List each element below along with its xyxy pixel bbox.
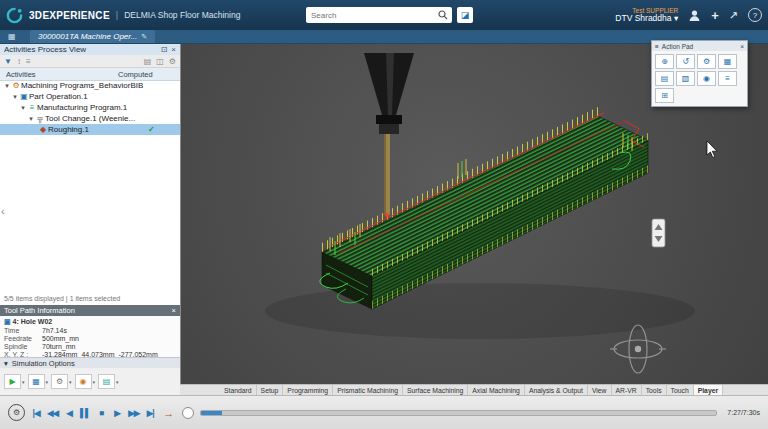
home-icon[interactable]: ▦ <box>8 32 16 41</box>
columns-icon[interactable]: ◫ <box>156 57 164 66</box>
close-icon[interactable]: × <box>171 45 176 54</box>
tree-item-part-operation[interactable]: ▾ ▣ Part Operation.1 <box>0 91 180 102</box>
caret-down-icon[interactable]: ▾ <box>3 82 11 90</box>
add-view-icon[interactable]: ⊞ <box>655 88 674 103</box>
roughing-icon: ◆ <box>38 125 48 134</box>
simulation-options-title: Simulation Options <box>12 359 75 368</box>
add-button[interactable]: + <box>711 8 719 23</box>
target-icon[interactable]: ⊕ <box>655 54 674 69</box>
close-icon[interactable]: × <box>172 306 176 315</box>
tab-prismatic-machining[interactable]: Prismatic Machining <box>333 385 403 395</box>
tab-player[interactable]: Player <box>694 385 723 395</box>
focus-icon[interactable]: ◉ <box>697 71 716 86</box>
document-tab[interactable]: 3000001TA Machine Oper... ✎ <box>30 30 155 43</box>
gear-icon[interactable]: ⚙ <box>697 54 716 69</box>
grid-view-icon[interactable]: ▤ <box>144 57 152 66</box>
sim-material-removal-button[interactable]: ▦▾ <box>28 374 49 389</box>
timeline-progress <box>201 411 222 415</box>
tab-setup[interactable]: Setup <box>257 385 284 395</box>
play-backward-button[interactable]: ◀ <box>64 408 74 418</box>
timeline-handle[interactable] <box>182 407 194 419</box>
cutting-tool <box>364 53 414 217</box>
settings-icon[interactable]: ⚙ <box>169 57 176 66</box>
column-activities[interactable]: Activities <box>6 70 36 79</box>
tab-axial-machining[interactable]: Axial Machining <box>468 385 525 395</box>
tool-path-info-body: ▣ 4: Hole W02 Time7h7.14s Feedrate500mm_… <box>0 316 180 357</box>
user-menu[interactable]: Test SUPPLIER DTV Shraddha ▾ <box>615 7 678 23</box>
caret-down-icon[interactable]: ▾ <box>27 115 35 123</box>
tree-item-tool-change[interactable]: ▾ ╦ Tool Change.1 (Weenie... <box>0 113 180 124</box>
chevron-down-icon: ▾ <box>93 379 96 385</box>
panel-collapse-arrow[interactable]: ‹ <box>1 205 5 217</box>
spindle-label: Spindle <box>4 343 42 351</box>
simulation-options-header[interactable]: ▾ Simulation Options <box>0 357 180 368</box>
caret-down-icon[interactable]: ▾ <box>11 93 19 101</box>
tab-standard[interactable]: Standard <box>220 385 257 395</box>
panel-header: Activities Process View ⊡ × <box>0 43 180 55</box>
action-pad: ≡ Action Pad × ⊕ ↺ ⚙ ▦ ▤ ▧ ◉ ≡ ⊞ <box>651 40 748 107</box>
user-avatar-icon[interactable] <box>688 9 701 22</box>
sim-play-mode-button[interactable]: ▶▾ <box>4 374 25 389</box>
tree-item-label: Manufacturing Program.1 <box>37 103 127 112</box>
tab-programming[interactable]: Programming <box>283 385 333 395</box>
tree-status-text: 5/5 items displayed | 1 items selected <box>4 295 120 302</box>
pause-button[interactable]: ▌▌ <box>80 408 90 418</box>
part-operation-icon: ▣ <box>19 92 29 101</box>
tool-path-info-title: Tool Path Information <box>4 306 172 315</box>
share-button[interactable]: ↗ <box>729 9 738 22</box>
edit-icon[interactable]: ✎ <box>141 33 147 41</box>
rewind-button[interactable]: ◀◀ <box>47 408 58 418</box>
sort-icon[interactable]: ↕ <box>17 57 21 66</box>
tree-item-manufacturing-program[interactable]: ▾ ≡ Manufacturing Program.1 <box>0 102 180 113</box>
tree-item-machining-programs[interactable]: ▾ ⚙ Machining Programs_BehaviorBIB <box>0 80 180 91</box>
sim-collision-button[interactable]: ◉▾ <box>75 374 96 389</box>
search-icon[interactable] <box>438 10 448 20</box>
tree-item-roughing[interactable]: ◆ Roughing.1 ✓ <box>0 124 180 135</box>
tag-button[interactable]: ◪ <box>457 7 473 23</box>
tree-item-label: Tool Change.1 (Weenie... <box>45 114 135 123</box>
tab-tools[interactable]: Tools <box>642 385 667 395</box>
close-icon[interactable]: × <box>740 43 744 50</box>
action-pad-title: Action Pad <box>662 43 737 50</box>
play-button[interactable]: ▶ <box>112 408 122 418</box>
tool-path-info-header[interactable]: Tool Path Information × <box>0 305 180 316</box>
rotate-icon[interactable]: ↺ <box>676 54 695 69</box>
analysis-icon: ▤ <box>98 374 115 389</box>
grid-icon[interactable]: ▦ <box>718 54 737 69</box>
skip-to-start-button[interactable]: |◀ <box>31 408 41 418</box>
tab-touch[interactable]: Touch <box>667 385 694 395</box>
column-computed[interactable]: Computed <box>118 70 153 79</box>
list-icon[interactable]: ≡ <box>718 71 737 86</box>
jump-to-end-icon[interactable]: → <box>163 407 174 419</box>
filter-icon[interactable]: ▼ <box>4 57 12 66</box>
tab-surface-machining[interactable]: Surface Machining <box>403 385 468 395</box>
section-icon[interactable]: ▧ <box>676 71 695 86</box>
help-button[interactable]: ? <box>748 8 762 22</box>
drag-handle-icon[interactable]: ≡ <box>655 43 659 50</box>
layers-icon[interactable]: ▤ <box>655 71 674 86</box>
fast-forward-button[interactable]: ▶▶ <box>128 408 139 418</box>
skip-to-end-button[interactable]: ▶| <box>145 408 155 418</box>
simulation-time: 7:27/7:30s <box>727 409 760 416</box>
viewport-scroll-widget[interactable] <box>652 219 665 247</box>
sim-settings-button[interactable]: ⚙▾ <box>51 374 72 389</box>
gear-icon: ⚙ <box>51 374 68 389</box>
player-controls: |◀ ◀◀ ◀ ▌▌ ■ ▶ ▶▶ ▶| <box>31 408 155 418</box>
sim-analysis-button[interactable]: ▤▾ <box>98 374 119 389</box>
caret-down-icon[interactable]: ▾ <box>19 104 27 112</box>
list-icon[interactable]: ≡ <box>26 57 31 66</box>
action-pad-header[interactable]: ≡ Action Pad × <box>652 41 747 51</box>
action-pad-body: ⊕ ↺ ⚙ ▦ ▤ ▧ ◉ ≡ ⊞ <box>652 51 747 106</box>
timeline-slider[interactable] <box>200 410 717 416</box>
tree-item-label: Machining Programs_BehaviorBIB <box>21 81 143 90</box>
tab-view[interactable]: View <box>588 385 612 395</box>
stop-button[interactable]: ■ <box>96 408 106 418</box>
tab-ar-vr[interactable]: AR-VR <box>612 385 642 395</box>
search-input[interactable] <box>306 11 438 20</box>
global-search[interactable] <box>306 7 452 23</box>
pin-icon[interactable]: ⊡ <box>161 45 168 54</box>
caret-down-icon: ▾ <box>4 359 8 368</box>
tab-analysis-output[interactable]: Analysis & Output <box>525 385 588 395</box>
panel-toolbar: ▼ ↕ ≡ ▤ ◫ ⚙ <box>0 55 180 68</box>
player-settings-button[interactable]: ⚙ <box>8 404 25 421</box>
